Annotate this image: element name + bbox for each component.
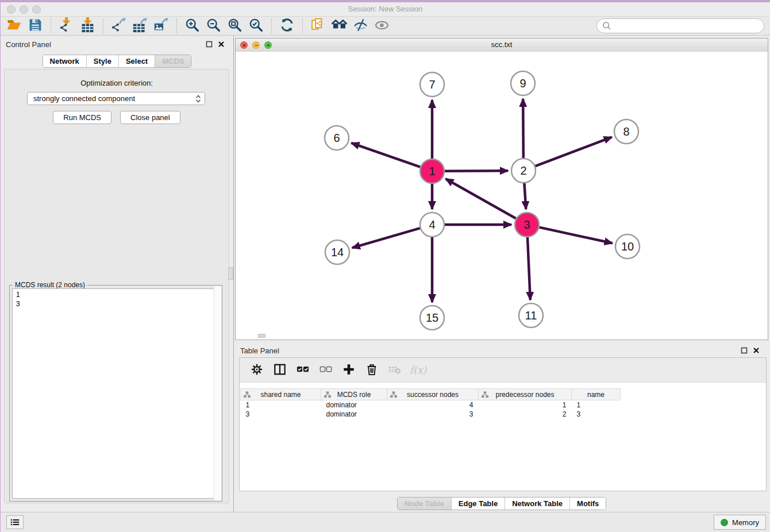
edge-3-11[interactable] — [528, 237, 530, 300]
tab-select[interactable]: Select — [118, 55, 155, 67]
tab-style[interactable]: Style — [86, 55, 118, 67]
edge-2-9[interactable] — [523, 99, 523, 158]
settings-icon — [251, 363, 263, 377]
zoom-fit-icon — [227, 17, 242, 34]
edge-3-10[interactable] — [539, 228, 612, 244]
column-header-name[interactable]: name — [572, 389, 621, 400]
import-table-button[interactable] — [77, 17, 98, 34]
import-network-button[interactable] — [56, 17, 77, 34]
column-tree-icon — [244, 391, 251, 400]
open-session-button[interactable] — [3, 17, 25, 34]
home-icon — [332, 17, 347, 34]
search-field[interactable] — [596, 18, 764, 33]
control-panel-close-icon[interactable] — [218, 41, 225, 48]
network-window-titlebar[interactable]: scc.txt — [236, 38, 768, 52]
table-panel-float-icon[interactable] — [741, 347, 748, 354]
table-tab-network-table[interactable]: Network Table — [505, 498, 569, 510]
edge-2-3[interactable] — [524, 183, 526, 209]
home-button[interactable] — [329, 17, 350, 34]
column-header-successor-nodes[interactable]: successor nodes — [387, 389, 479, 400]
node-table: shared nameMCDS rolesuccessor nodesprede… — [240, 388, 621, 419]
window-minimize-button[interactable] — [20, 5, 28, 14]
node-label-8: 8 — [623, 125, 629, 138]
cell-successor-nodes[interactable]: 4 — [387, 400, 479, 410]
split-panel-button[interactable] — [272, 363, 287, 378]
column-header-shared-name[interactable]: shared name — [241, 389, 321, 400]
control-panel-tabs: NetworkStyleSelectMCDS — [43, 55, 192, 68]
window-maximize-button[interactable] — [32, 5, 41, 14]
control-panel-title: Control Panel — [6, 40, 51, 49]
cell-mcds-role[interactable]: dominator — [321, 400, 387, 410]
table-panel-close-icon[interactable] — [753, 347, 760, 354]
cell-predecessor-nodes[interactable]: 2 — [479, 410, 572, 419]
task-history-button[interactable] — [6, 515, 24, 529]
window-close-button[interactable] — [7, 5, 16, 14]
edge-2-8[interactable] — [536, 137, 612, 167]
status-bar: Memory — [1, 512, 770, 532]
titlebar[interactable]: Session: New Session — [1, 2, 770, 16]
tab-network[interactable]: Network — [43, 55, 86, 67]
table-tab-edge-table[interactable]: Edge Table — [451, 498, 505, 510]
zoom-in-button[interactable] — [182, 17, 203, 34]
refresh-view-button[interactable] — [276, 17, 298, 34]
memory-button[interactable]: Memory — [714, 515, 766, 530]
network-close-button[interactable] — [240, 41, 248, 49]
run-mcds-button[interactable]: Run MCDS — [53, 111, 111, 124]
cell-shared-name[interactable]: 3 — [241, 410, 321, 419]
table-tab-motifs[interactable]: Motifs — [569, 498, 606, 510]
window-controls — [7, 5, 41, 14]
select-all-columns-button[interactable] — [295, 363, 310, 378]
main-toolbar — [1, 16, 770, 36]
delete-row-button[interactable] — [364, 363, 379, 378]
close-panel-button[interactable]: Close panel — [120, 111, 180, 124]
column-header-mcds-role[interactable]: MCDS role — [321, 389, 387, 400]
column-header-label: shared name — [260, 391, 301, 399]
search-input[interactable] — [614, 20, 764, 32]
cell-name[interactable]: 3 — [572, 410, 621, 419]
export-table-button[interactable] — [129, 17, 151, 34]
network-canvas[interactable]: 7968124314101511 — [236, 52, 768, 340]
criterion-select[interactable]: strongly connected component — [27, 92, 205, 105]
zoom-fit-button[interactable] — [224, 17, 245, 34]
zoom-out-icon — [206, 17, 221, 34]
zoom-selected-button[interactable] — [245, 17, 267, 34]
edge-3-1[interactable] — [446, 179, 516, 218]
panel-divider-grip[interactable] — [228, 267, 233, 280]
hide-displayed-button[interactable] — [350, 17, 371, 34]
save-session-button[interactable] — [25, 17, 46, 34]
node-label-6: 6 — [333, 132, 340, 144]
control-panel-float-icon[interactable] — [206, 41, 213, 48]
export-network-button[interactable] — [108, 17, 129, 34]
settings-button[interactable] — [249, 363, 264, 378]
zoom-out-button[interactable] — [203, 17, 224, 34]
cell-name[interactable]: 1 — [572, 400, 621, 410]
edge-1-2[interactable] — [445, 171, 508, 171]
cell-shared-name[interactable]: 1 — [241, 400, 321, 410]
tab-mcds[interactable]: MCDS — [155, 55, 191, 67]
column-tree-icon — [390, 391, 397, 400]
network-table-splitter-grip[interactable] — [258, 334, 265, 338]
cell-successor-nodes[interactable]: 3 — [387, 410, 479, 419]
node-label-3: 3 — [523, 218, 530, 231]
add-row-button[interactable] — [341, 363, 356, 378]
mcds-result-text[interactable]: 13 — [12, 288, 220, 499]
toolbar-separator — [103, 18, 103, 33]
network-minimize-button[interactable] — [252, 41, 260, 49]
edge-4-14[interactable] — [352, 228, 420, 248]
cell-predecessor-nodes[interactable]: 1 — [479, 400, 572, 410]
show-hidden-button[interactable] — [371, 17, 392, 34]
split-panel-icon — [274, 363, 286, 377]
network-zoom-button[interactable] — [264, 41, 272, 49]
clone-network-button[interactable] — [307, 17, 329, 34]
column-header-predecessor-nodes[interactable]: predecessor nodes — [479, 389, 572, 400]
cell-mcds-role[interactable]: dominator — [321, 410, 387, 419]
export-image-button[interactable] — [151, 17, 172, 34]
toolbar-separator — [51, 18, 51, 33]
unselect-all-columns-button[interactable] — [318, 363, 333, 378]
unselect-all-columns-icon — [319, 363, 332, 377]
node-label-4: 4 — [429, 218, 435, 231]
mcds-result-scrollbar[interactable] — [214, 286, 221, 500]
table-tab-node-table[interactable]: Node Table — [398, 498, 451, 510]
edge-1-6[interactable] — [351, 143, 420, 167]
network-view-window[interactable]: scc.txt 7968124314101511 — [235, 38, 768, 340]
